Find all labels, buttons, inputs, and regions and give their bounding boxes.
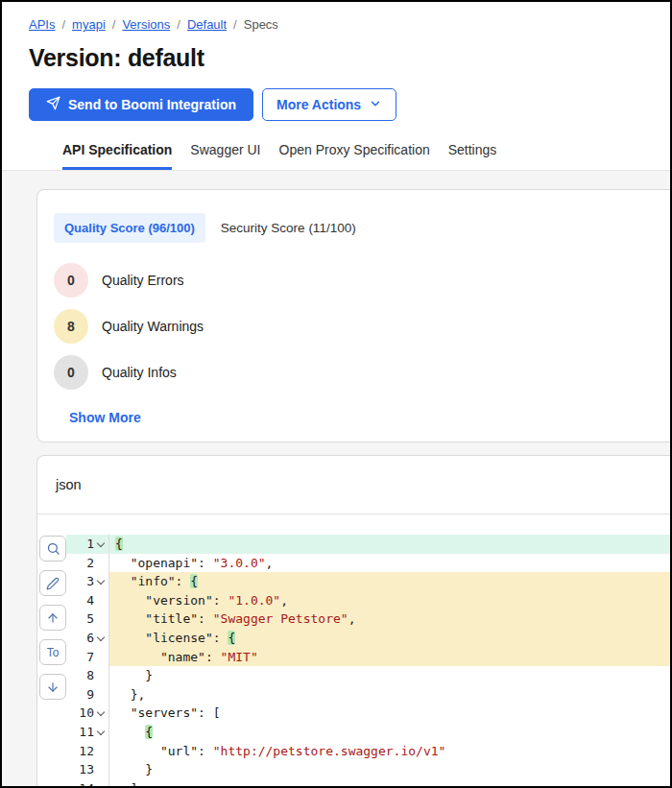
fold-spacer	[94, 591, 108, 610]
tab-swagger-ui[interactable]: Swagger UI	[190, 142, 260, 170]
token-plain: ,	[266, 556, 274, 570]
code-line: 10 "servers": [	[66, 704, 670, 723]
quality-score-pill[interactable]: Quality Score (96/100)	[54, 213, 205, 243]
breadcrumb-item-apis[interactable]: APIs	[29, 17, 55, 32]
line-number: 11	[79, 723, 94, 742]
code-lines[interactable]: 1{2 "openapi": "3.0.0",3 "info": {4 "ver…	[66, 535, 670, 788]
token-plain: ,	[280, 593, 288, 608]
tab-settings[interactable]: Settings	[448, 142, 497, 170]
fold-spacer	[94, 554, 108, 573]
search-icon[interactable]	[39, 536, 66, 561]
line-number: 10	[79, 704, 94, 723]
stat-count-badge: 8	[54, 309, 88, 344]
chevron-down-icon	[97, 728, 105, 735]
chevron-down-icon	[97, 633, 105, 641]
line-gutter: 9	[66, 685, 109, 704]
send-to-boomi-integration-button[interactable]: Send to Boomi Integration	[29, 88, 253, 121]
token-plain: }	[115, 762, 153, 776]
stat-count-badge: 0	[54, 355, 88, 390]
token-string: "http://petstore.swagger.io/v1"	[213, 744, 446, 758]
code-line: 1{	[66, 535, 670, 554]
code-line: 5 "title": "Swagger Petstore",	[66, 609, 670, 629]
arrow-down-icon[interactable]	[39, 674, 66, 700]
code-line: 6 "license": {	[66, 629, 670, 648]
line-gutter: 14	[66, 779, 109, 788]
fold-spacer	[94, 742, 108, 761]
fold-toggle-icon[interactable]	[94, 535, 108, 554]
code-content: {	[109, 535, 670, 554]
fold-spacer	[94, 648, 108, 667]
pencil-icon[interactable]	[39, 570, 66, 596]
code-content: }	[109, 666, 670, 685]
code-content: "info": {	[109, 572, 670, 591]
show-more-link[interactable]: Show More	[69, 410, 141, 425]
chevron-down-icon	[97, 539, 105, 547]
stat-label: Quality Errors	[102, 273, 184, 288]
fold-toggle-icon[interactable]	[94, 629, 108, 648]
editor-toolbar: To	[39, 536, 66, 700]
language-label: json	[56, 477, 82, 492]
token-bracket: {	[190, 574, 198, 588]
tab-api-specification[interactable]: API Specification	[62, 142, 172, 170]
breadcrumb-item-versions[interactable]: Versions	[122, 17, 170, 32]
more-actions-button[interactable]: More Actions	[262, 88, 396, 121]
line-number: 3	[86, 572, 94, 591]
line-gutter: 11	[66, 723, 109, 742]
go-to-line-button[interactable]: To	[39, 639, 66, 665]
breadcrumb-separator: /	[61, 17, 65, 32]
code-line: 14 ]	[66, 779, 670, 788]
token-string: "3.0.0"	[213, 556, 266, 570]
line-gutter: 2	[66, 554, 109, 573]
tab-bar: API SpecificationSwagger UIOpen Proxy Sp…	[29, 142, 670, 170]
arrow-up-icon[interactable]	[39, 605, 66, 631]
security-score-tab[interactable]: Security Score (11/100)	[221, 221, 356, 235]
breadcrumb-separator: /	[112, 17, 116, 32]
line-gutter: 3	[66, 572, 109, 591]
code-line: 8 }	[66, 666, 670, 685]
code-content: "url": "http://petstore.swagger.io/v1"	[109, 742, 670, 761]
line-gutter: 10	[66, 704, 109, 723]
line-gutter: 7	[66, 648, 109, 667]
line-number: 8	[86, 666, 94, 685]
fold-spacer	[94, 609, 108, 629]
tab-open-proxy-specification[interactable]: Open Proxy Specification	[279, 142, 430, 170]
line-gutter: 6	[66, 629, 109, 648]
fold-spacer	[94, 760, 108, 779]
fold-toggle-icon[interactable]	[94, 723, 108, 742]
fold-toggle-icon[interactable]	[94, 704, 108, 723]
line-number: 7	[86, 648, 94, 667]
line-gutter: 13	[66, 760, 109, 779]
breadcrumb-separator: /	[233, 17, 237, 32]
code-content: "title": "Swagger Petstore",	[109, 609, 670, 629]
token-plain: "name":	[115, 650, 221, 664]
breadcrumb-item-myapi[interactable]: myapi	[72, 17, 106, 32]
token-plain: }	[115, 668, 153, 682]
code-content: ]	[109, 779, 670, 788]
code-line: 13 }	[66, 760, 670, 779]
quality-score-card: Quality Score (96/100) Security Score (1…	[36, 189, 670, 442]
token-bracket: {	[145, 725, 153, 739]
fold-toggle-icon[interactable]	[94, 572, 108, 591]
line-number: 12	[79, 742, 94, 761]
token-string: "1.0.0"	[228, 593, 280, 608]
action-bar: Send to Boomi Integration More Actions	[29, 88, 670, 121]
stat-row: 0Quality Errors	[54, 263, 670, 298]
line-number: 5	[86, 609, 94, 629]
token-plain: "servers": [	[115, 705, 221, 720]
editor-header: json	[37, 456, 670, 514]
line-gutter: 4	[66, 591, 109, 610]
token-plain: "url":	[115, 744, 213, 758]
code-line: 11 {	[66, 723, 670, 742]
content-area: Quality Score (96/100) Security Score (1…	[2, 170, 670, 788]
chevron-down-icon	[97, 577, 105, 585]
code-line: 4 "version": "1.0.0",	[66, 591, 670, 610]
breadcrumb-item-specs: Specs	[244, 17, 278, 32]
breadcrumb-item-default[interactable]: Default	[187, 17, 227, 32]
score-tabs: Quality Score (96/100) Security Score (1…	[54, 213, 670, 243]
fold-spacer	[94, 779, 108, 788]
stat-row: 0Quality Infos	[54, 355, 670, 390]
code-line: 3 "info": {	[66, 572, 670, 591]
line-gutter: 12	[66, 742, 109, 761]
code-content: "license": {	[109, 629, 670, 648]
app-window: APIs/myapi/Versions/Default/Specs Versio…	[0, 0, 672, 788]
